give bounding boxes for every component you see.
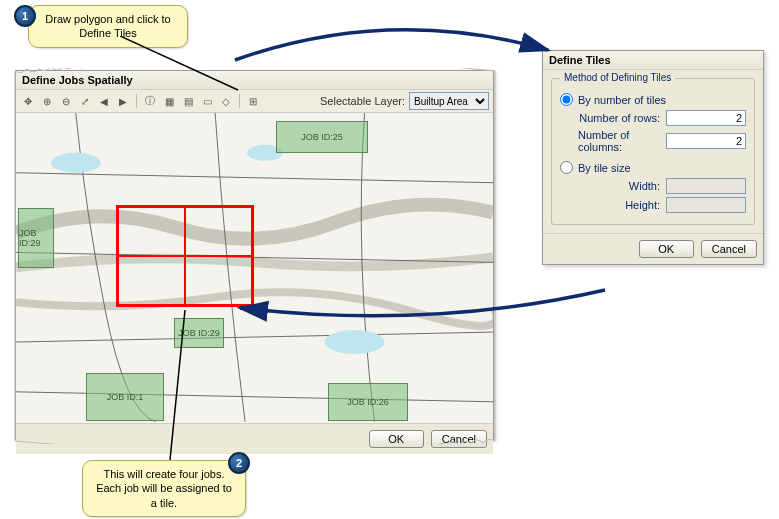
svg-point-1 <box>51 153 101 173</box>
zoom-in-icon[interactable]: ⊕ <box>39 93 55 109</box>
full-extent-icon[interactable]: ⤢ <box>77 93 93 109</box>
next-extent-icon[interactable]: ▶ <box>115 93 131 109</box>
callout-1: Draw polygon and click to Define Tiles <box>28 5 188 48</box>
layers-icon[interactable]: ▦ <box>161 93 177 109</box>
by-number-label: By number of tiles <box>578 94 666 106</box>
svg-point-2 <box>325 330 385 354</box>
zoom-out-icon[interactable]: ⊖ <box>58 93 74 109</box>
prev-extent-icon[interactable]: ◀ <box>96 93 112 109</box>
by-size-radio[interactable] <box>560 161 573 174</box>
selectable-layer-dropdown[interactable]: Builtup Area <box>409 92 489 110</box>
map-toolbar: ✥ ⊕ ⊖ ⤢ ◀ ▶ ⓘ ▦ ▤ ▭ ◇ ⊞ Selectable Layer… <box>16 90 493 113</box>
main-window-title: Define Jobs Spatially <box>16 71 493 90</box>
step-badge-1: 1 <box>14 5 36 27</box>
height-label: Height: <box>625 199 660 211</box>
dt-ok-button[interactable]: OK <box>639 240 694 258</box>
job-rect-1[interactable]: JOB ID:1 <box>86 373 164 421</box>
height-input <box>666 197 746 213</box>
dt-cancel-button[interactable]: Cancel <box>701 240 757 258</box>
method-group: Method of Defining Tiles By number of ti… <box>551 78 755 225</box>
select-rect-icon[interactable]: ▭ <box>199 93 215 109</box>
identify-icon[interactable]: ⓘ <box>142 93 158 109</box>
define-tiles-dialog: Define Tiles Method of Defining Tiles By… <box>542 50 764 265</box>
define-tiles-title: Define Tiles <box>543 51 763 70</box>
width-input <box>666 178 746 194</box>
step-badge-2: 2 <box>228 452 250 474</box>
job-rect-26[interactable]: JOB ID:26 <box>328 383 408 421</box>
job-rect-25[interactable]: JOB ID:25 <box>276 121 368 153</box>
define-jobs-spatially-window: Define Jobs Spatially ✥ ⊕ ⊖ ⤢ ◀ ▶ ⓘ ▦ ▤ … <box>15 70 494 440</box>
cols-input[interactable] <box>666 133 746 149</box>
map-canvas[interactable]: JOB ID:25 JOB ID:29 JOB ID:29 JOB ID:1 J… <box>16 113 493 423</box>
main-button-row: OK Cancel <box>16 423 493 454</box>
selectable-layer-label: Selectable Layer: <box>320 95 405 107</box>
rows-input[interactable] <box>666 110 746 126</box>
job-rect-29[interactable]: JOB ID:29 <box>18 208 54 268</box>
tile-grid <box>116 205 254 307</box>
draw-polygon-icon[interactable]: ◇ <box>218 93 234 109</box>
main-ok-button[interactable]: OK <box>369 430 424 448</box>
job-rect-29b[interactable]: JOB ID:29 <box>174 318 224 348</box>
cols-label: Number of columns: <box>578 129 660 153</box>
main-cancel-button[interactable]: Cancel <box>431 430 487 448</box>
dt-button-row: OK Cancel <box>543 233 763 264</box>
method-group-title: Method of Defining Tiles <box>560 72 675 83</box>
grid-icon[interactable]: ▤ <box>180 93 196 109</box>
pan-icon[interactable]: ✥ <box>20 93 36 109</box>
width-label: Width: <box>629 180 660 192</box>
rows-label: Number of rows: <box>579 112 660 124</box>
callout-2: This will create four jobs. Each job wil… <box>82 460 246 517</box>
by-number-radio[interactable] <box>560 93 573 106</box>
define-tiles-icon[interactable]: ⊞ <box>245 93 261 109</box>
by-size-label: By tile size <box>578 162 631 174</box>
